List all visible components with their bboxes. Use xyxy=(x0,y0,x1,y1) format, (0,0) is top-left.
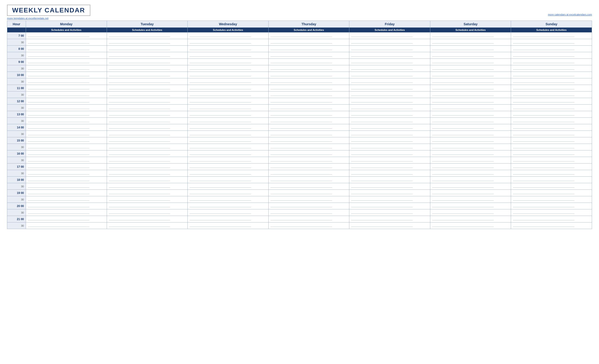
schedule-cell-hour-3-day-5[interactable] xyxy=(430,72,511,78)
schedule-cell-half-9-day-6[interactable] xyxy=(511,157,592,164)
schedule-cell-half-11-day-5[interactable] xyxy=(430,183,511,190)
schedule-cell-hour-5-day-4[interactable] xyxy=(349,98,430,104)
schedule-cell-hour-9-day-6[interactable] xyxy=(511,150,592,157)
schedule-cell-half-8-day-1[interactable] xyxy=(107,144,188,150)
schedule-cell-hour-10-day-2[interactable] xyxy=(188,164,269,170)
schedule-cell-half-2-day-1[interactable] xyxy=(107,65,188,72)
schedule-cell-half-11-day-4[interactable] xyxy=(349,183,430,190)
schedule-cell-half-5-day-4[interactable] xyxy=(349,104,430,111)
schedule-cell-half-3-day-3[interactable] xyxy=(268,78,349,85)
schedule-cell-hour-12-day-6[interactable] xyxy=(511,190,592,196)
schedule-cell-half-12-day-0[interactable] xyxy=(26,196,107,203)
schedule-cell-hour-11-day-6[interactable] xyxy=(511,177,592,183)
schedule-cell-hour-5-day-3[interactable] xyxy=(268,98,349,104)
schedule-cell-hour-8-day-1[interactable] xyxy=(107,137,188,144)
schedule-cell-half-2-day-0[interactable] xyxy=(26,65,107,72)
schedule-cell-half-4-day-3[interactable] xyxy=(268,91,349,98)
schedule-cell-hour-1-day-4[interactable] xyxy=(349,46,430,52)
schedule-cell-hour-2-day-2[interactable] xyxy=(188,59,269,65)
schedule-cell-hour-10-day-5[interactable] xyxy=(430,164,511,170)
schedule-cell-hour-13-day-1[interactable] xyxy=(107,203,188,209)
schedule-cell-hour-13-day-6[interactable] xyxy=(511,203,592,209)
schedule-cell-hour-2-day-5[interactable] xyxy=(430,59,511,65)
schedule-cell-hour-8-day-5[interactable] xyxy=(430,137,511,144)
schedule-cell-hour-7-day-0[interactable] xyxy=(26,124,107,131)
schedule-cell-hour-0-day-6[interactable] xyxy=(511,33,592,39)
schedule-cell-hour-4-day-4[interactable] xyxy=(349,85,430,91)
schedule-cell-hour-12-day-0[interactable] xyxy=(26,190,107,196)
schedule-cell-half-4-day-5[interactable] xyxy=(430,91,511,98)
schedule-cell-half-9-day-4[interactable] xyxy=(349,157,430,164)
schedule-cell-half-11-day-1[interactable] xyxy=(107,183,188,190)
schedule-cell-hour-9-day-1[interactable] xyxy=(107,150,188,157)
schedule-cell-half-9-day-0[interactable] xyxy=(26,157,107,164)
schedule-cell-half-1-day-2[interactable] xyxy=(188,52,269,59)
schedule-cell-half-0-day-1[interactable] xyxy=(107,39,188,46)
schedule-cell-half-12-day-2[interactable] xyxy=(188,196,269,203)
schedule-cell-hour-3-day-6[interactable] xyxy=(511,72,592,78)
schedule-cell-half-11-day-6[interactable] xyxy=(511,183,592,190)
schedule-cell-hour-12-day-1[interactable] xyxy=(107,190,188,196)
schedule-cell-hour-2-day-4[interactable] xyxy=(349,59,430,65)
schedule-cell-half-6-day-4[interactable] xyxy=(349,118,430,124)
schedule-cell-half-6-day-3[interactable] xyxy=(268,118,349,124)
link-right[interactable]: more calendars at excelcalendars.com xyxy=(548,13,592,16)
schedule-cell-half-12-day-6[interactable] xyxy=(511,196,592,203)
schedule-cell-hour-5-day-1[interactable] xyxy=(107,98,188,104)
schedule-cell-hour-11-day-1[interactable] xyxy=(107,177,188,183)
schedule-cell-half-5-day-0[interactable] xyxy=(26,104,107,111)
schedule-cell-half-10-day-5[interactable] xyxy=(430,170,511,177)
schedule-cell-hour-6-day-2[interactable] xyxy=(188,111,269,118)
schedule-cell-hour-8-day-2[interactable] xyxy=(188,137,269,144)
schedule-cell-half-0-day-3[interactable] xyxy=(268,39,349,46)
schedule-cell-hour-6-day-4[interactable] xyxy=(349,111,430,118)
schedule-cell-half-10-day-1[interactable] xyxy=(107,170,188,177)
schedule-cell-half-6-day-5[interactable] xyxy=(430,118,511,124)
schedule-cell-hour-3-day-2[interactable] xyxy=(188,72,269,78)
schedule-cell-half-7-day-6[interactable] xyxy=(511,131,592,137)
schedule-cell-half-8-day-0[interactable] xyxy=(26,144,107,150)
schedule-cell-hour-3-day-4[interactable] xyxy=(349,72,430,78)
schedule-cell-half-9-day-1[interactable] xyxy=(107,157,188,164)
schedule-cell-half-13-day-5[interactable] xyxy=(430,209,511,216)
schedule-cell-half-2-day-2[interactable] xyxy=(188,65,269,72)
schedule-cell-hour-9-day-5[interactable] xyxy=(430,150,511,157)
schedule-cell-hour-2-day-6[interactable] xyxy=(511,59,592,65)
schedule-cell-hour-7-day-3[interactable] xyxy=(268,124,349,131)
schedule-cell-hour-2-day-0[interactable] xyxy=(26,59,107,65)
schedule-cell-half-3-day-4[interactable] xyxy=(349,78,430,85)
schedule-cell-hour-4-day-1[interactable] xyxy=(107,85,188,91)
schedule-cell-hour-7-day-2[interactable] xyxy=(188,124,269,131)
schedule-cell-hour-5-day-6[interactable] xyxy=(511,98,592,104)
schedule-cell-hour-7-day-5[interactable] xyxy=(430,124,511,131)
schedule-cell-hour-5-day-0[interactable] xyxy=(26,98,107,104)
schedule-cell-hour-4-day-0[interactable] xyxy=(26,85,107,91)
schedule-cell-hour-10-day-0[interactable] xyxy=(26,164,107,170)
schedule-cell-half-12-day-5[interactable] xyxy=(430,196,511,203)
link-left[interactable]: more templates at exceltemplate.net xyxy=(7,17,48,20)
schedule-cell-hour-13-day-5[interactable] xyxy=(430,203,511,209)
schedule-cell-hour-1-day-3[interactable] xyxy=(268,46,349,52)
schedule-cell-hour-13-day-0[interactable] xyxy=(26,203,107,209)
schedule-cell-hour-8-day-0[interactable] xyxy=(26,137,107,144)
schedule-cell-half-0-day-6[interactable] xyxy=(511,39,592,46)
schedule-cell-half-7-day-5[interactable] xyxy=(430,131,511,137)
schedule-cell-hour-11-day-4[interactable] xyxy=(349,177,430,183)
schedule-cell-hour-6-day-6[interactable] xyxy=(511,111,592,118)
schedule-cell-half-3-day-5[interactable] xyxy=(430,78,511,85)
schedule-cell-half-14-day-3[interactable] xyxy=(268,223,349,229)
schedule-cell-half-1-day-6[interactable] xyxy=(511,52,592,59)
schedule-cell-hour-9-day-2[interactable] xyxy=(188,150,269,157)
schedule-cell-hour-1-day-2[interactable] xyxy=(188,46,269,52)
schedule-cell-half-11-day-0[interactable] xyxy=(26,183,107,190)
schedule-cell-half-3-day-6[interactable] xyxy=(511,78,592,85)
schedule-cell-half-8-day-6[interactable] xyxy=(511,144,592,150)
schedule-cell-half-0-day-0[interactable] xyxy=(26,39,107,46)
schedule-cell-hour-8-day-3[interactable] xyxy=(268,137,349,144)
schedule-cell-hour-2-day-1[interactable] xyxy=(107,59,188,65)
schedule-cell-half-2-day-6[interactable] xyxy=(511,65,592,72)
schedule-cell-half-8-day-3[interactable] xyxy=(268,144,349,150)
schedule-cell-hour-6-day-5[interactable] xyxy=(430,111,511,118)
schedule-cell-half-3-day-2[interactable] xyxy=(188,78,269,85)
schedule-cell-hour-10-day-4[interactable] xyxy=(349,164,430,170)
